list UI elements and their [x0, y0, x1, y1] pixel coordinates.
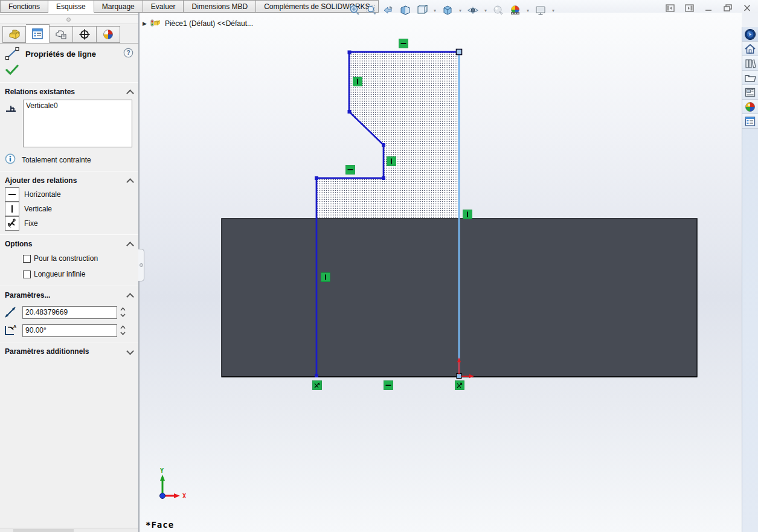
- coincident-relation-icon[interactable]: [313, 381, 322, 390]
- section-options-header[interactable]: Options: [0, 237, 138, 251]
- tab-evaluer[interactable]: Evaluer: [143, 0, 184, 13]
- close-icon[interactable]: [742, 4, 752, 12]
- vertical-relation-icon[interactable]: [387, 157, 396, 166]
- restore-icon[interactable]: [723, 4, 733, 12]
- tab-dimensions-mbd[interactable]: Dimensions MBD: [184, 0, 256, 13]
- section-additional-parameters-header[interactable]: Paramètres additionnels: [0, 345, 138, 358]
- length-parameter-row: [0, 304, 138, 320]
- infinite-length-checkbox[interactable]: [23, 271, 31, 278]
- tab-fonctions[interactable]: Fonctions: [0, 0, 48, 13]
- angle-parameter-row: A: [0, 322, 138, 338]
- display-style-dropdown-icon[interactable]: ▾: [458, 4, 463, 17]
- collapse-right-pane-icon[interactable]: [684, 4, 694, 12]
- view-orientation-icon[interactable]: [416, 4, 429, 17]
- relations-listbox[interactable]: Verticale0: [23, 100, 132, 147]
- checkbox-label[interactable]: Longueur infinie: [34, 270, 85, 278]
- configurationmanager-tab[interactable]: [50, 26, 73, 43]
- featuremanager-tab[interactable]: [2, 26, 26, 43]
- panel-collapse-handle[interactable]: [138, 249, 144, 281]
- svg-text:?: ?: [126, 50, 130, 56]
- collapse-chevron-icon[interactable]: [127, 292, 133, 299]
- horizontal-relation-button[interactable]: [5, 187, 19, 202]
- view-settings-dropdown-icon[interactable]: ▾: [551, 4, 556, 17]
- horizontal-relation-icon[interactable]: [346, 165, 355, 175]
- relation-item[interactable]: Verticale0: [26, 101, 129, 110]
- view-settings-icon[interactable]: [534, 4, 547, 17]
- window-controls: [665, 4, 752, 12]
- panel-horizontal-scrollbar[interactable]: [0, 528, 138, 532]
- section-relations-header[interactable]: Relations existantes: [0, 85, 138, 98]
- sketch-scene[interactable]: Y X: [140, 13, 742, 532]
- constraint-status: Totalement contrainte: [22, 156, 91, 164]
- hide-show-dropdown-icon[interactable]: ▾: [483, 4, 488, 17]
- feature-tree-flyout[interactable]: ▶ Pièce1 (Défaut) <<Défaut...: [143, 18, 253, 29]
- coincident-relation-icon[interactable]: [455, 381, 464, 390]
- length-icon: [2, 305, 18, 319]
- view-orientation-dropdown-icon[interactable]: ▾: [432, 4, 437, 17]
- section-label: Paramètres...: [5, 291, 127, 300]
- hide-show-items-icon[interactable]: [466, 4, 480, 17]
- section-parameters-header[interactable]: Paramètres...: [0, 289, 138, 302]
- ok-check-icon[interactable]: [5, 65, 19, 77]
- collapse-left-pane-icon[interactable]: [665, 4, 675, 12]
- zoom-to-area-icon[interactable]: [365, 4, 378, 17]
- tree-expand-icon[interactable]: ▶: [143, 21, 147, 27]
- vertical-relation-icon[interactable]: [321, 273, 330, 282]
- collapse-chevron-icon[interactable]: [127, 241, 133, 248]
- relation-label[interactable]: Horizontale: [24, 190, 61, 199]
- section-add-relations-header[interactable]: Ajouter des relations: [0, 174, 138, 187]
- help-icon[interactable]: ?: [123, 48, 133, 60]
- previous-view-icon[interactable]: [382, 4, 395, 17]
- relation-label[interactable]: Verticale: [24, 205, 52, 213]
- home-icon[interactable]: [742, 42, 758, 56]
- length-spinner[interactable]: [119, 307, 127, 318]
- horizontal-relation-icon[interactable]: [399, 39, 408, 48]
- checkbox-label[interactable]: Pour la construction: [34, 254, 98, 263]
- section-view-icon[interactable]: [399, 4, 412, 17]
- file-explorer-icon[interactable]: [742, 71, 758, 85]
- view-palette-icon[interactable]: [742, 85, 758, 100]
- zoom-to-fit-icon[interactable]: [348, 4, 361, 17]
- vertical-relation-icon[interactable]: [463, 210, 472, 219]
- vertical-relation-icon[interactable]: [353, 77, 362, 86]
- tab-esquisse[interactable]: Esquisse: [48, 0, 94, 13]
- collapse-chevron-icon[interactable]: [127, 178, 133, 184]
- separator: [0, 171, 138, 171]
- angle-spinner[interactable]: [119, 325, 127, 336]
- triad-y-label: Y: [160, 467, 164, 474]
- ok-row: [0, 63, 138, 79]
- panel-splitter[interactable]: [0, 14, 138, 24]
- panel-title: Propriétés de ligne: [25, 50, 123, 59]
- design-library-icon[interactable]: [742, 56, 758, 71]
- angle-input[interactable]: [22, 324, 117, 337]
- displaymanager-tab[interactable]: [97, 26, 120, 43]
- selected-endpoint-handle[interactable]: [457, 50, 462, 55]
- tab-marquage[interactable]: Marquage: [94, 0, 143, 13]
- graphics-viewport[interactable]: ▶ Pièce1 (Défaut) <<Défaut...: [140, 13, 742, 532]
- fix-relation-button[interactable]: [5, 216, 19, 231]
- separator: [0, 286, 138, 286]
- constraint-status-row: Totalement contrainte: [0, 147, 138, 167]
- apply-scene-icon[interactable]: [509, 4, 522, 17]
- triad-x-label: X: [182, 493, 186, 499]
- expand-chevron-icon[interactable]: [127, 348, 133, 355]
- appearances-icon[interactable]: [742, 100, 758, 114]
- collapse-chevron-icon[interactable]: [127, 89, 133, 95]
- apply-scene-dropdown-icon[interactable]: ▾: [525, 4, 530, 17]
- minimize-icon[interactable]: [704, 4, 713, 12]
- construction-checkbox[interactable]: [23, 255, 31, 263]
- length-input[interactable]: [22, 306, 117, 319]
- solidworks-resources-icon[interactable]: [742, 27, 758, 42]
- add-fix-row: Fixe: [5, 216, 138, 231]
- dimxpertmanager-tab[interactable]: [73, 26, 97, 43]
- custom-properties-icon[interactable]: [742, 114, 758, 129]
- breadcrumb-label[interactable]: Pièce1 (Défaut) <<Défaut...: [165, 19, 253, 28]
- info-icon: [5, 153, 16, 166]
- propertymanager-tab[interactable]: [26, 24, 50, 43]
- relation-label[interactable]: Fixe: [24, 219, 38, 228]
- vertical-relation-button[interactable]: [5, 202, 19, 216]
- heads-up-toolbar: ▾ ▾ ▾ ▾ ▾: [348, 3, 556, 18]
- display-style-icon[interactable]: [441, 4, 454, 17]
- edit-appearance-icon[interactable]: [492, 4, 505, 17]
- horizontal-relation-icon[interactable]: [384, 381, 393, 390]
